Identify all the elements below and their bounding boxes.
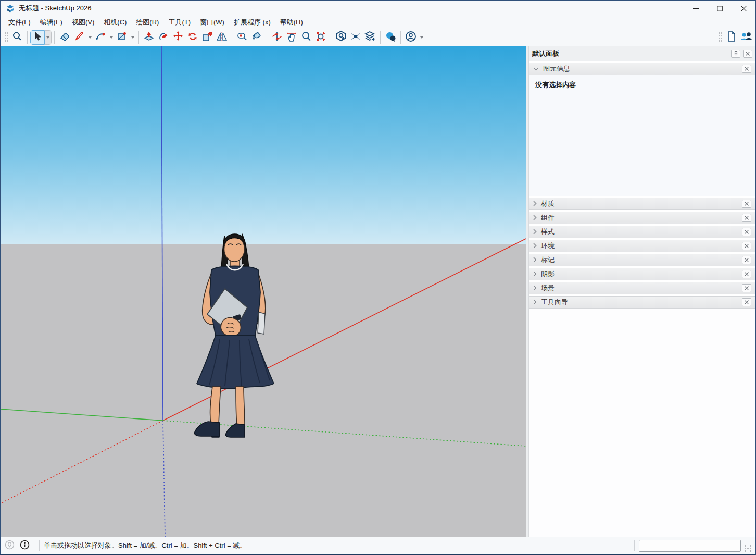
menu-item-tools[interactable]: 工具(T): [163, 16, 195, 29]
section-label: 材质: [541, 199, 555, 208]
zoom-extents-button[interactable]: [313, 30, 328, 45]
3d-warehouse-button[interactable]: [334, 30, 348, 45]
close-icon: [746, 52, 750, 56]
arc-tool-button[interactable]: [93, 30, 108, 45]
title-bar: 无标题 - SketchUp 2026: [1, 1, 755, 16]
select-tool-dropdown[interactable]: [45, 30, 52, 45]
rotate-icon: [187, 31, 198, 44]
orbit-tool-button[interactable]: [270, 30, 284, 45]
sketchup-logo-icon: [6, 4, 15, 13]
menu-item-help[interactable]: 帮助(H): [275, 16, 308, 29]
close-section-button[interactable]: [742, 214, 751, 222]
close-section-button[interactable]: [742, 298, 751, 306]
section-label: 环境: [541, 241, 555, 251]
tape-measure-tool-button[interactable]: [235, 30, 249, 45]
extension-warehouse-button[interactable]: [348, 30, 363, 45]
section-label: 组件: [541, 213, 555, 223]
follow-me-tool-button[interactable]: [156, 30, 171, 45]
menu-item-edit[interactable]: 编辑(E): [35, 16, 67, 29]
menu-item-window[interactable]: 窗口(W): [195, 16, 229, 29]
close-section-button[interactable]: [742, 228, 751, 236]
menu-item-file[interactable]: 文件(F): [4, 16, 35, 29]
close-section-button[interactable]: [742, 200, 751, 208]
new-file-icon: [726, 31, 737, 44]
pin-panel-button[interactable]: [731, 50, 740, 58]
no-selection-message: 没有选择内容: [535, 80, 749, 96]
chevron-right-icon: [533, 243, 537, 250]
close-section-button[interactable]: [742, 256, 751, 264]
section-tags[interactable]: 标记: [529, 254, 755, 266]
account-dropdown[interactable]: [418, 30, 425, 45]
section-styles[interactable]: 样式: [529, 226, 755, 238]
arc-icon: [95, 31, 106, 43]
measurements-input[interactable]: [639, 540, 741, 552]
flip-tool-button[interactable]: [215, 30, 229, 45]
menu-item-extensions[interactable]: 扩展程序 (x): [229, 16, 275, 29]
account-button[interactable]: [404, 30, 418, 45]
section-components[interactable]: 组件: [529, 212, 755, 224]
layers-share-button[interactable]: [363, 30, 377, 45]
freehand-pencil-tool-button[interactable]: [72, 30, 86, 45]
push-pull-tool-button[interactable]: [142, 30, 156, 45]
pan-icon: [286, 31, 297, 44]
close-icon: [745, 286, 749, 290]
toolbar-drag-handle-right[interactable]: [719, 32, 723, 43]
menu-item-draw[interactable]: 绘图(R): [131, 16, 163, 29]
arc-tool-dropdown[interactable]: [108, 30, 115, 45]
chevron-down-icon: [110, 36, 113, 39]
pan-tool-button[interactable]: [284, 30, 299, 45]
section-environment[interactable]: 环境: [529, 240, 755, 252]
default-tray-panel: 默认面板 图元信息 没有选择内容: [528, 46, 755, 537]
scale-tool-button[interactable]: [200, 30, 215, 45]
section-scenes[interactable]: 场景: [529, 282, 755, 294]
follow-me-icon: [158, 31, 169, 44]
close-icon: [745, 258, 749, 262]
zoom-tool-button[interactable]: [299, 30, 313, 45]
chat-button[interactable]: [383, 30, 398, 45]
eraser-tool-button[interactable]: [57, 30, 72, 45]
collaborate-button[interactable]: [739, 30, 753, 45]
close-button[interactable]: [732, 1, 755, 16]
search-icon: [12, 31, 22, 43]
menu-item-camera[interactable]: 相机(C): [99, 16, 131, 29]
rectangle-tool-dropdown[interactable]: [129, 30, 136, 45]
minimize-button[interactable]: [684, 1, 708, 16]
chevron-down-icon: [131, 36, 134, 39]
close-section-button[interactable]: [742, 284, 751, 292]
close-icon: [745, 216, 749, 220]
close-section-button[interactable]: [742, 65, 751, 73]
menu-item-view[interactable]: 视图(V): [67, 16, 99, 29]
section-instructor[interactable]: 工具向导: [529, 296, 755, 309]
paint-bucket-tool-button[interactable]: [249, 30, 264, 45]
close-icon: [745, 244, 749, 248]
toolbar-drag-handle[interactable]: [4, 32, 8, 43]
geolocation-icon[interactable]: [5, 540, 15, 551]
new-file-button[interactable]: [724, 30, 739, 45]
tape-measure-icon: [236, 31, 248, 44]
3d-warehouse-icon: [335, 30, 347, 44]
close-section-button[interactable]: [742, 270, 751, 278]
section-shadows[interactable]: 阴影: [529, 268, 755, 280]
close-panel-button[interactable]: [743, 50, 752, 58]
section-label: 工具向导: [541, 298, 568, 307]
close-section-button[interactable]: [742, 242, 751, 250]
maximize-button[interactable]: [708, 1, 732, 16]
sky: [1, 46, 526, 244]
section-label: 阴影: [541, 269, 555, 279]
search-tool-button[interactable]: [10, 30, 24, 45]
rectangle-tool-button[interactable]: [115, 30, 129, 45]
section-materials[interactable]: 材质: [529, 198, 755, 210]
rotate-tool-button[interactable]: [185, 30, 200, 45]
move-tool-button[interactable]: [171, 30, 185, 45]
section-entity-info[interactable]: 图元信息: [529, 63, 755, 75]
status-bar: 单击或拖动以选择对象。Shift = 加/减。Ctrl = 加。Shift + …: [1, 537, 755, 554]
move-icon: [172, 31, 184, 44]
pencil-tool-dropdown[interactable]: [86, 30, 93, 45]
info-icon[interactable]: [20, 540, 30, 551]
resize-grip[interactable]: [744, 545, 751, 552]
select-tool-button[interactable]: [30, 30, 45, 45]
chevron-right-icon: [533, 215, 537, 221]
viewport-canvas[interactable]: [1, 46, 526, 537]
chevron-down-icon: [533, 66, 539, 72]
tray-panel-header: 默认面板: [529, 46, 755, 61]
